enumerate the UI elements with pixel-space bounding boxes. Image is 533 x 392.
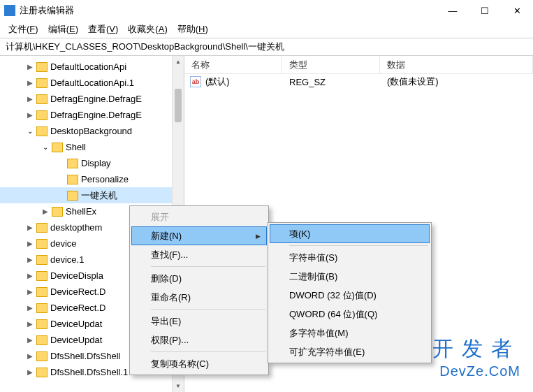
menu-item[interactable]: 新建(N)▶ (131, 226, 267, 245)
menu-separator (151, 309, 265, 310)
expand-icon[interactable]: ▶ (25, 62, 35, 72)
string-icon: ab (190, 76, 201, 87)
col-data[interactable]: 数据 (380, 56, 533, 73)
folder-icon (36, 94, 48, 104)
menu-item: 展开 (131, 208, 267, 226)
tree-label: Shell (66, 142, 90, 152)
menu-item[interactable]: 项(K) (270, 224, 430, 243)
tree-label: DefaultLocationApi.1 (50, 78, 138, 88)
col-name[interactable]: 名称 (184, 56, 282, 73)
window-controls: — ☐ ✕ (437, 0, 533, 21)
expand-icon[interactable]: ▶ (25, 239, 35, 249)
menu-view[interactable]: 查看(V) (84, 22, 122, 37)
tree-item[interactable]: 一键关机 (0, 187, 184, 203)
menu-help[interactable]: 帮助(H) (173, 22, 212, 37)
menu-item[interactable]: 查找(F)... (131, 245, 267, 264)
expand-icon[interactable]: ▶ (25, 223, 35, 233)
value-type: REG_SZ (282, 77, 380, 87)
folder-icon (36, 303, 48, 313)
folder-icon (36, 255, 48, 265)
scroll-up-icon[interactable]: ▲ (173, 56, 184, 68)
expand-icon[interactable]: ⌄ (25, 126, 35, 136)
tree-label: DfsShell.DfsShell.1 (50, 367, 132, 377)
list-body[interactable]: ab(默认)REG_SZ(数值未设置) (184, 74, 533, 89)
expand-icon[interactable]: ▶ (25, 94, 35, 104)
context-menu-main[interactable]: 展开新建(N)▶查找(F)...删除(D)重命名(R)导出(E)权限(P)...… (129, 205, 269, 375)
tree-item[interactable]: ▶DefragEngine.DefragE (0, 107, 184, 123)
tree-label: DeviceUpdat (50, 319, 106, 329)
tree-label: desktopthem (50, 222, 106, 233)
expand-icon[interactable]: ▶ (25, 271, 35, 281)
tree-label: DfsShell.DfsShell (50, 351, 124, 361)
maximize-button[interactable]: ☐ (469, 0, 501, 21)
menu-item[interactable]: 重命名(R) (131, 288, 267, 307)
tree-label: device.1 (50, 254, 88, 265)
expand-icon[interactable]: ▶ (25, 351, 35, 361)
folder-icon (36, 110, 48, 120)
minimize-button[interactable]: — (437, 0, 469, 21)
address-text: 计算机\HKEY_CLASSES_ROOT\DesktopBackground\… (6, 41, 284, 53)
menu-item[interactable]: 可扩充字符串值(E) (270, 342, 430, 361)
expand-icon[interactable] (56, 191, 66, 201)
value-data: (数值未设置) (380, 75, 533, 88)
menu-item[interactable]: 多字符串值(M) (270, 324, 430, 342)
expand-icon[interactable]: ⌄ (41, 143, 50, 152)
tree-label: DeviceDispla (50, 270, 108, 281)
tree-item[interactable]: ▶DefragEngine.DefragE (0, 91, 184, 107)
expand-icon[interactable]: ▶ (25, 255, 35, 265)
expand-icon[interactable]: ▶ (25, 78, 35, 88)
tree-label: DeviceRect.D (50, 303, 110, 313)
tree-item[interactable]: ⌄Shell (0, 139, 184, 155)
menu-item[interactable]: 导出(E) (131, 312, 267, 331)
submenu-arrow-icon: ▶ (256, 233, 261, 240)
expand-icon[interactable]: ▶ (41, 207, 50, 217)
menu-item[interactable]: DWORD (32 位)值(D) (270, 286, 430, 305)
expand-icon[interactable]: ▶ (25, 335, 35, 345)
folder-icon (36, 126, 48, 136)
folder-icon (36, 368, 48, 377)
menu-item[interactable]: 字符串值(S) (270, 248, 430, 267)
address-bar[interactable]: 计算机\HKEY_CLASSES_ROOT\DesktopBackground\… (0, 38, 533, 56)
tree-item[interactable]: Personalize (0, 171, 184, 187)
col-type[interactable]: 类型 (282, 56, 380, 73)
expand-icon[interactable]: ▶ (25, 110, 35, 120)
menu-file[interactable]: 文件(F) (4, 22, 43, 37)
folder-icon (36, 271, 48, 281)
context-menu-new[interactable]: 项(K)字符串值(S)二进制值(B)DWORD (32 位)值(D)QWORD … (268, 222, 432, 363)
menu-separator (151, 351, 265, 352)
scroll-thumb[interactable] (175, 89, 182, 122)
menu-item[interactable]: 删除(D) (131, 269, 267, 288)
tree-item[interactable]: Display (0, 155, 184, 171)
folder-icon (36, 239, 48, 249)
tree-item[interactable]: ⌄DesktopBackground (0, 123, 184, 139)
folder-icon (36, 78, 48, 88)
folder-icon (36, 287, 48, 297)
folder-icon (36, 335, 48, 345)
expand-icon[interactable]: ▶ (25, 303, 35, 313)
tree-item[interactable]: ▶DefaultLocationApi (0, 59, 184, 75)
expand-icon[interactable]: ▶ (25, 287, 35, 297)
folder-icon (67, 191, 78, 201)
expand-icon[interactable] (56, 175, 66, 184)
value-name: (默认) (205, 75, 230, 88)
expand-icon[interactable]: ▶ (25, 319, 35, 329)
menu-item[interactable]: 二进制值(B) (270, 267, 430, 286)
expand-icon[interactable]: ▶ (25, 368, 35, 377)
tree-label: DeviceRect.D (50, 286, 110, 297)
menu-item[interactable]: QWORD (64 位)值(Q) (270, 305, 430, 324)
tree-label: DesktopBackground (50, 126, 136, 136)
menu-item[interactable]: 权限(P)... (131, 331, 267, 349)
folder-icon (36, 319, 48, 329)
scroll-down-icon[interactable]: ▼ (173, 380, 184, 392)
menu-separator (151, 266, 265, 267)
folder-icon (52, 143, 63, 152)
menu-edit[interactable]: 编辑(E) (44, 22, 82, 37)
folder-icon (67, 159, 78, 168)
tree-item[interactable]: ▶DefaultLocationApi.1 (0, 75, 184, 91)
list-row[interactable]: ab(默认)REG_SZ(数值未设置) (184, 74, 533, 89)
close-button[interactable]: ✕ (501, 0, 533, 21)
expand-icon[interactable] (56, 159, 66, 168)
menu-item[interactable]: 复制项名称(C) (131, 354, 267, 373)
tree-label: DefragEngine.DefragE (50, 94, 146, 104)
menu-favorites[interactable]: 收藏夹(A) (124, 22, 171, 37)
